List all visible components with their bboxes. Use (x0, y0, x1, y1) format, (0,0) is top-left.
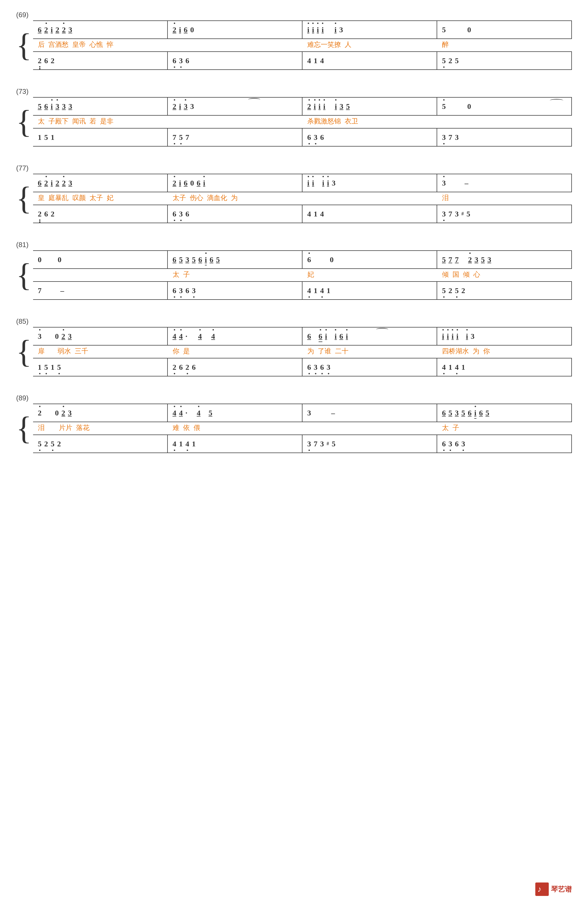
note: 6 (468, 408, 472, 417)
note: 3 (55, 102, 59, 111)
note: 6 (172, 209, 176, 219)
note: i (335, 332, 337, 341)
note: 4 (307, 286, 311, 295)
note: 5 (455, 56, 459, 65)
note: i (51, 179, 53, 188)
lyric: 衣卫 (345, 117, 358, 126)
lyric-row-81: 太 子 妃 倾 国 倾 心 (33, 269, 572, 280)
measure-lower-77-4: 3 7 3 # 5 (437, 205, 572, 223)
note: 4 (307, 56, 311, 65)
note: 4 (185, 439, 189, 449)
lyric: 杀戮激怒锦 (307, 117, 341, 126)
measure-lower-85-2: 2 6 2 6 (168, 359, 302, 376)
lyric: 太子 (172, 193, 186, 202)
note: 3 (68, 332, 72, 341)
note: 4 (307, 209, 311, 219)
lyric: 太 (38, 117, 44, 126)
lyric: 伤心 (190, 193, 203, 202)
note: 1 (314, 209, 318, 219)
note: 4 (320, 56, 324, 65)
note: 3 (190, 102, 194, 111)
note: 2 (62, 25, 66, 35)
note: 6 (179, 363, 183, 372)
lyric: 偎 (194, 423, 200, 432)
note: 3 (68, 179, 72, 188)
note: 6 (44, 56, 48, 65)
note: 4 (211, 332, 215, 341)
note: 3 (68, 25, 72, 35)
note: 6 (479, 408, 483, 417)
lyric: 叹颜 (72, 193, 86, 202)
lower-staff-77: 2 6 2 6 3 6 4 (33, 205, 572, 223)
lyric-85-1: 扉 弱水 三千 (33, 346, 168, 357)
note: 5 (485, 408, 489, 417)
note: 2 (51, 56, 55, 65)
lyric: 为 (307, 346, 314, 356)
note: 4 (442, 363, 446, 372)
note: 6 (44, 209, 48, 219)
note: 1 (38, 363, 42, 372)
note: 5 (442, 56, 446, 65)
lyric: 若 (90, 117, 96, 126)
note: i (335, 102, 337, 111)
note: 5 (216, 255, 220, 264)
note: 2 (57, 439, 61, 449)
note: 7 (449, 255, 452, 264)
note: 6 (192, 363, 196, 372)
lyric: 滴血化 (207, 193, 227, 202)
note: 0 (55, 408, 59, 417)
lyric: 倾 (442, 270, 449, 279)
lyric-85-2: 你 是 (168, 346, 302, 357)
lyric: 难 (172, 423, 179, 432)
note: 5 (346, 102, 350, 111)
lyric: 人 (345, 40, 351, 49)
upper-staff-69: 6 2 i 2 2 3 2 (33, 21, 572, 39)
note: 1 (38, 133, 42, 142)
lyric: 庭暴乱 (48, 193, 68, 202)
note: i (205, 255, 207, 264)
note: 1 (462, 363, 465, 372)
note: 2 (172, 179, 176, 188)
sharp: # (462, 211, 464, 217)
system-number-69: (69) (16, 11, 572, 19)
system-89: (89) { 2 0 2 3 (16, 394, 572, 453)
brace-89: { (16, 404, 32, 453)
lyric-85-3: 为 了谁 二十 (302, 346, 437, 357)
lyric-89-2: 难 依 偎 (168, 422, 302, 433)
note: 3 (471, 332, 474, 341)
lyric: 子 (452, 423, 459, 432)
measure-lower-69-2: 6 3 6 (168, 52, 302, 70)
measure-69-1: 6 2 i 2 2 3 (33, 21, 168, 38)
note: 5 (462, 408, 465, 417)
note: 5 (455, 286, 459, 295)
note: 6 (38, 179, 42, 188)
note: 5 (179, 255, 183, 264)
footer: ♪ 琴艺谱 (535, 882, 572, 896)
brace-73: { (16, 97, 32, 147)
note: 7 (185, 133, 189, 142)
lyric: 了谁 (318, 346, 331, 356)
lyric: 子殿下 (48, 117, 68, 126)
note: i (322, 179, 324, 188)
note: 7 (38, 286, 42, 295)
measure-lower-81-3: 4 1 4 1 (302, 282, 437, 299)
measure-85-2: 4 4 · 4 4 (168, 327, 302, 345)
lyric: 心憔 (90, 40, 103, 49)
note: i (203, 179, 205, 188)
lyric-69-2 (168, 39, 302, 50)
lyric: 皇 (38, 193, 44, 202)
measure-77-1: 6 2 i 2 2 3 (33, 174, 168, 192)
note: 4 (179, 332, 183, 341)
note: 4 (455, 363, 459, 372)
note: 2 (38, 408, 42, 417)
note: 6 (442, 408, 446, 417)
note: 3 (179, 56, 183, 65)
note: 3 (314, 363, 318, 372)
lyric: 你 (483, 346, 490, 356)
lyric-89-3 (302, 422, 437, 433)
measure-81-1: 0 0 (33, 251, 168, 268)
lyric: 妃 (107, 193, 114, 202)
note: 2 (449, 286, 452, 295)
note: 3 (185, 255, 189, 264)
system-number-81: (81) (16, 241, 572, 249)
